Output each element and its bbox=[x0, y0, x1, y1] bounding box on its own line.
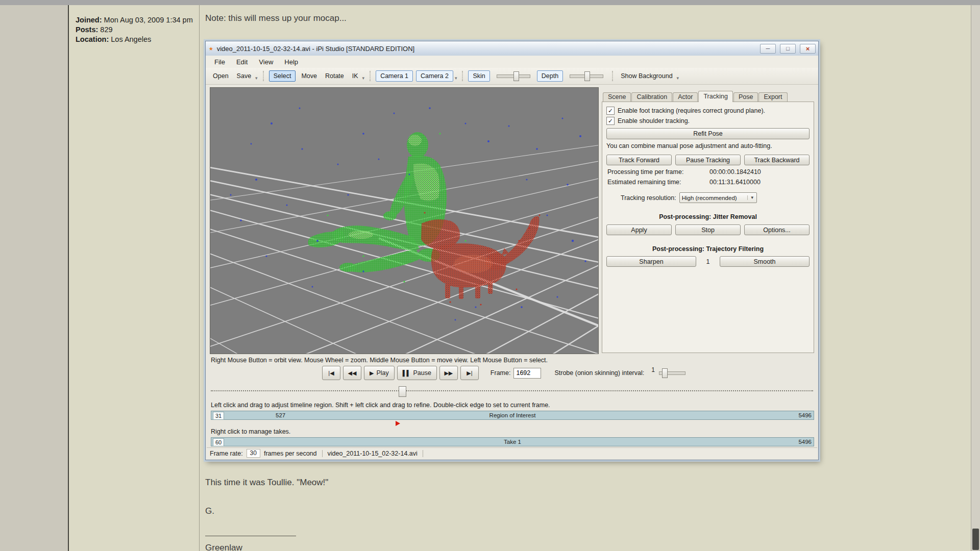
post-author-info: Joined: Mon Aug 03, 2009 1:34 pm Posts: … bbox=[76, 15, 197, 44]
panel-tabs: Scene Calibration Actor Tracking Pose Ex… bbox=[602, 90, 814, 102]
ik-tool-button[interactable]: IK bbox=[348, 70, 362, 82]
tab-calibration[interactable]: Calibration bbox=[631, 92, 672, 102]
pause-tracking-button[interactable]: Pause Tracking bbox=[675, 155, 741, 165]
depth-slider-thumb[interactable] bbox=[584, 71, 590, 81]
timeline-help-text: Left click and drag to adjust timeline r… bbox=[211, 402, 550, 409]
menu-help[interactable]: Help bbox=[279, 57, 304, 67]
check-icon: ✓ bbox=[608, 108, 613, 114]
frame-rate-value: 30 bbox=[247, 449, 260, 458]
strobe-interval-value: 1 bbox=[651, 366, 655, 373]
joined-value: Mon Aug 03, 2009 1:34 pm bbox=[104, 16, 193, 24]
tab-scene[interactable]: Scene bbox=[603, 92, 631, 102]
menu-file[interactable]: File bbox=[209, 57, 231, 67]
timeline-thumb[interactable] bbox=[399, 386, 406, 397]
select-tool-button[interactable]: Select bbox=[269, 70, 296, 82]
minimize-button[interactable]: ─ bbox=[760, 44, 776, 54]
location-row: Location: Los Angeles bbox=[76, 35, 197, 44]
scrollbar-thumb[interactable] bbox=[972, 529, 979, 550]
shoulder-tracking-row[interactable]: ✓ Enable shoulder tracking. bbox=[606, 117, 811, 125]
depth-button[interactable]: Depth bbox=[537, 70, 563, 82]
toolbar-overflow-icon[interactable]: ▾ bbox=[255, 76, 258, 81]
track-forward-button[interactable]: Track Forward bbox=[606, 155, 672, 165]
pause-button[interactable]: ▌▌ Pause bbox=[397, 366, 437, 380]
forum-page: Joined: Mon Aug 03, 2009 1:34 pm Posts: … bbox=[0, 0, 980, 551]
joined-row: Joined: Mon Aug 03, 2009 1:34 pm bbox=[76, 15, 197, 25]
pause-icon: ▌▌ bbox=[403, 370, 411, 376]
toolbar-overflow-icon[interactable]: ▾ bbox=[677, 76, 679, 81]
smooth-button[interactable]: Smooth bbox=[720, 256, 810, 267]
toolbar-overflow-icon[interactable]: ▾ bbox=[362, 76, 365, 81]
menu-edit[interactable]: Edit bbox=[231, 57, 253, 67]
tracking-buttons-row: Track Forward Pause Tracking Track Backw… bbox=[606, 155, 810, 165]
tracking-resolution-select[interactable]: High (recommended) ▼ bbox=[679, 192, 757, 203]
rotate-tool-button[interactable]: Rotate bbox=[321, 70, 348, 82]
options-button[interactable]: Options... bbox=[744, 224, 810, 235]
region-of-interest-bar[interactable]: 31 527 Region of Interest 5496 bbox=[211, 411, 814, 420]
right-panel: Scene Calibration Actor Tracking Pose Ex… bbox=[602, 90, 814, 353]
show-background-button[interactable]: Show Background bbox=[617, 70, 676, 82]
frame-rate-units: frames per second bbox=[264, 450, 317, 457]
refit-pose-button[interactable]: Refit Pose bbox=[606, 128, 810, 139]
toolbar-grip-icon bbox=[462, 71, 463, 81]
foot-tracking-row[interactable]: ✓ Enable foot tracking (requires correct… bbox=[606, 107, 811, 115]
tab-actor[interactable]: Actor bbox=[673, 92, 698, 102]
apply-button[interactable]: Apply bbox=[606, 224, 672, 235]
frame-label: Frame: bbox=[491, 369, 511, 377]
foot-tracking-checkbox[interactable]: ✓ bbox=[606, 107, 615, 115]
tab-pose[interactable]: Pose bbox=[733, 92, 758, 102]
tab-tracking[interactable]: Tracking bbox=[698, 91, 732, 102]
processing-time-row: Processing time per frame: 00:00:00.1842… bbox=[607, 168, 811, 176]
camera2-button[interactable]: Camera 2 bbox=[416, 70, 453, 82]
remaining-time-value: 00:11:31.6410000 bbox=[709, 179, 761, 186]
take-name: Take 1 bbox=[211, 439, 814, 445]
maximize-button[interactable]: □ bbox=[780, 44, 796, 54]
page-scrollbar[interactable] bbox=[971, 5, 980, 551]
close-button[interactable]: × bbox=[800, 44, 816, 54]
playhead-marker[interactable] bbox=[396, 421, 400, 426]
take-end-value: 5496 bbox=[798, 439, 812, 445]
window-title: video_2011-10-15_02-32-14.avi - iPi Stud… bbox=[217, 45, 756, 53]
skip-end-button[interactable]: ▶| bbox=[460, 366, 479, 380]
pause-label: Pause bbox=[413, 369, 431, 377]
skin-slider[interactable] bbox=[497, 74, 530, 78]
takes-help-text: Right click to manage takes. bbox=[211, 428, 290, 435]
foot-tracking-label: Enable foot tracking (requires correct g… bbox=[618, 107, 765, 114]
sharpen-button[interactable]: Sharpen bbox=[606, 256, 696, 267]
menu-view[interactable]: View bbox=[253, 57, 279, 67]
remaining-time-row: Estimated remaining time: 00:11:31.64100… bbox=[607, 179, 811, 186]
open-button[interactable]: Open bbox=[209, 70, 233, 82]
strobe-slider[interactable] bbox=[659, 371, 685, 375]
skin-slider-thumb[interactable] bbox=[513, 71, 519, 81]
play-button[interactable]: ▶ Play bbox=[364, 366, 395, 380]
strobe-interval-label: Strobe (onion skinning) interval: bbox=[554, 369, 644, 377]
camera1-button[interactable]: Camera 1 bbox=[376, 70, 413, 82]
takes-bar[interactable]: 60 Take 1 5496 bbox=[211, 437, 814, 446]
window-titlebar[interactable]: ⋆ video_2011-10-15_02-32-14.avi - iPi St… bbox=[206, 41, 818, 56]
timeline-scrubber[interactable] bbox=[211, 390, 813, 391]
save-button[interactable]: Save bbox=[233, 70, 256, 82]
frame-input[interactable] bbox=[513, 368, 541, 379]
shoulder-tracking-checkbox[interactable]: ✓ bbox=[606, 117, 615, 125]
remaining-time-label: Estimated remaining time: bbox=[607, 179, 709, 186]
rewind-button[interactable]: ◀◀ bbox=[343, 366, 361, 380]
tracking-resolution-value: High (recommended) bbox=[682, 195, 737, 201]
viewport-3d[interactable] bbox=[210, 87, 599, 354]
skin-button[interactable]: Skin bbox=[468, 70, 489, 82]
stop-button[interactable]: Stop bbox=[675, 224, 741, 235]
signature-divider bbox=[205, 536, 296, 536]
app-icon: ⋆ bbox=[208, 44, 214, 53]
track-backward-button[interactable]: Track Backward bbox=[744, 155, 810, 165]
posts-row: Posts: 829 bbox=[76, 25, 197, 35]
tab-export[interactable]: Export bbox=[758, 92, 787, 102]
move-tool-button[interactable]: Move bbox=[297, 70, 321, 82]
playback-controls: |◀ ◀◀ ▶ Play ▌▌ Pause ▶▶ ▶| Frame: Strob… bbox=[322, 366, 691, 380]
toolbar-overflow-icon[interactable]: ▾ bbox=[455, 76, 457, 81]
toolbar: Open Save ▾ Select Move Rotate IK ▾ Came… bbox=[206, 68, 818, 85]
fast-forward-button[interactable]: ▶▶ bbox=[439, 366, 458, 380]
skip-start-button[interactable]: |◀ bbox=[322, 366, 340, 380]
tracking-hint-text: You can combine manual pose adjustment a… bbox=[606, 142, 811, 149]
jitter-removal-header: Post-processing: Jitter Removal bbox=[605, 213, 811, 220]
timeline-end-value: 5496 bbox=[798, 412, 812, 418]
strobe-slider-thumb[interactable] bbox=[662, 368, 668, 378]
depth-slider[interactable] bbox=[570, 74, 603, 78]
